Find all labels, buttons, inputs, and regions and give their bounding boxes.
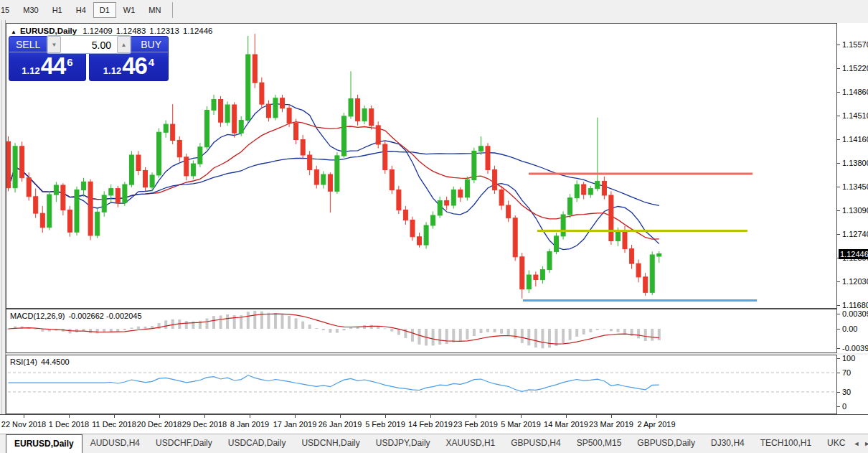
tab-dj30-h4[interactable]: DJ30,H4 xyxy=(703,434,753,453)
price-tick xyxy=(837,281,840,282)
macd-histogram-bar xyxy=(494,329,496,332)
tab-usdchf-daily[interactable]: USDCHF,Daily xyxy=(148,434,220,453)
price-tick xyxy=(837,187,840,187)
timeframe-button-15[interactable]: 15 xyxy=(0,2,16,18)
macd-histogram-bar xyxy=(658,329,661,340)
volume-value[interactable]: 5.00 xyxy=(61,36,117,53)
macd-histogram-bar xyxy=(548,329,551,347)
bull-candle xyxy=(164,124,168,132)
tab-gbpusd-daily[interactable]: GBPUSD,Daily xyxy=(629,434,703,453)
tab-gbpusd-h4[interactable]: GBPUSD,H4 xyxy=(503,434,568,453)
date-label: 5 Feb 2019 xyxy=(365,420,405,429)
macd-histogram-bar xyxy=(226,314,229,329)
macd-histogram-bar xyxy=(116,329,119,332)
macd-histogram-bar xyxy=(171,319,174,329)
tab-tech100-h1[interactable]: TECH100,H1 xyxy=(753,434,819,453)
bear-candle xyxy=(6,141,11,187)
rsi-axis[interactable]: 10070300 xyxy=(837,355,868,414)
date-label: 1 Dec 2018 xyxy=(49,420,89,429)
bear-candle xyxy=(630,249,634,264)
price-tick-label: 1.13800 xyxy=(842,159,868,167)
bull-candle xyxy=(321,174,326,185)
bear-candle xyxy=(410,220,415,237)
macd-histogram-bar xyxy=(267,313,270,329)
bear-candle xyxy=(219,100,223,123)
macd-histogram-bar xyxy=(644,329,647,341)
ohlc-low: 1.12313 xyxy=(149,27,179,35)
date-tick xyxy=(24,415,24,418)
tab-audusd-h4[interactable]: AUDUSD,H4 xyxy=(82,434,148,453)
macd-tick-label: -0.003947 xyxy=(842,344,868,352)
volume-increase-icon[interactable]: ▲ xyxy=(117,36,131,53)
timeframe-button-D1[interactable]: D1 xyxy=(93,2,116,18)
macd-axis[interactable]: 0.0030950.00-0.003947 xyxy=(837,309,868,353)
macd-histogram-bar xyxy=(89,329,92,333)
bear-candle xyxy=(184,157,189,176)
bear-candle xyxy=(418,237,422,245)
chart-tab-bar: EURUSD,DailyAUDUSD,H4USDCHF,DailyUSDCAD,… xyxy=(0,434,868,453)
price-axis[interactable]: 1.155701.152201.148601.145101.141601.138… xyxy=(837,23,868,309)
date-axis[interactable]: 22 Nov 20181 Dec 201811 Dec 201820 Dec 2… xyxy=(0,414,868,434)
bear-candle xyxy=(458,190,463,197)
tab-sp500-m15[interactable]: SP500,M15 xyxy=(569,434,630,453)
rsi-tick xyxy=(837,392,840,393)
timeframe-button-H1[interactable]: H1 xyxy=(46,2,69,18)
bull-candle xyxy=(157,132,161,175)
price-tick-label: 1.15570 xyxy=(842,40,868,49)
bear-candle xyxy=(68,210,72,233)
rsi-value: 44.4500 xyxy=(41,358,70,366)
timeframe-button-M30[interactable]: M30 xyxy=(16,2,44,18)
macd-histogram-bar xyxy=(301,322,304,329)
macd-histogram-bar xyxy=(610,329,613,331)
tab-usdjpy-daily[interactable]: USDJPY,Daily xyxy=(368,434,438,453)
macd-histogram-bar xyxy=(349,327,352,329)
bull-candle xyxy=(205,111,209,147)
tab-scroll-right-icon[interactable]: ► xyxy=(864,440,868,447)
timeframe-button-MN[interactable]: MN xyxy=(142,2,167,18)
tab-xauusd-h1[interactable]: XAUUSD,H1 xyxy=(438,434,504,453)
bull-candle xyxy=(239,121,243,134)
main-chart-panel[interactable]: ▲EURUSD,Daily1.124091.124831.123131.1244… xyxy=(6,23,837,309)
rsi-canvas[interactable] xyxy=(6,355,836,414)
rsi-title: RSI(14)44.4500 xyxy=(10,358,73,366)
buy-price-pip: 4 xyxy=(148,57,154,67)
timeframe-button-W1[interactable]: W1 xyxy=(117,2,142,18)
date-label: 11 Dec 2018 xyxy=(92,420,136,429)
chart-collapse-icon[interactable]: ▲ xyxy=(11,29,16,35)
macd-histogram-bar xyxy=(144,327,147,329)
bull-candle xyxy=(555,236,559,252)
timeframe-button-H4[interactable]: H4 xyxy=(70,2,93,18)
macd-values: -0.002662 -0.002045 xyxy=(68,312,141,320)
bear-candle xyxy=(294,123,298,139)
macd-histogram-bar xyxy=(164,320,167,329)
tab-usdcad-daily[interactable]: USDCAD,Daily xyxy=(220,434,294,453)
bear-candle xyxy=(582,185,586,195)
rsi-tick-label: 30 xyxy=(842,388,851,396)
rsi-tick-label: 70 xyxy=(842,368,851,377)
price-tick xyxy=(837,234,840,235)
tab-ukc[interactable]: UKC xyxy=(819,434,853,453)
bull-candle xyxy=(349,99,353,116)
bear-candle xyxy=(486,146,490,170)
bear-candle xyxy=(232,105,237,133)
macd-histogram-bar xyxy=(480,329,483,333)
macd-panel[interactable]: MACD(12,26,9)-0.002662 -0.002045 xyxy=(6,309,837,353)
left-splitter[interactable] xyxy=(0,20,6,414)
bull-candle xyxy=(47,195,52,228)
macd-histogram-bar xyxy=(322,329,325,330)
rsi-tick-label: 100 xyxy=(842,354,855,363)
macd-histogram-bar xyxy=(438,329,441,345)
bull-candle xyxy=(431,215,435,225)
macd-histogram-bar xyxy=(500,329,503,334)
volume-decrease-icon[interactable]: ▼ xyxy=(47,36,61,53)
bull-candle xyxy=(54,185,58,195)
tab-eurusd-daily[interactable]: EURUSD,Daily xyxy=(6,434,82,453)
macd-tick xyxy=(837,348,840,349)
rsi-panel[interactable]: RSI(14)44.4500 xyxy=(6,355,837,414)
bear-candle xyxy=(136,155,141,171)
sell-price-pip: 6 xyxy=(67,57,72,67)
bull-candle xyxy=(123,185,127,202)
tab-usdcnh-daily[interactable]: USDCNH,Daily xyxy=(293,434,367,453)
bull-candle xyxy=(588,189,593,195)
tab-scroll-left-icon[interactable]: ◄ xyxy=(853,440,859,447)
